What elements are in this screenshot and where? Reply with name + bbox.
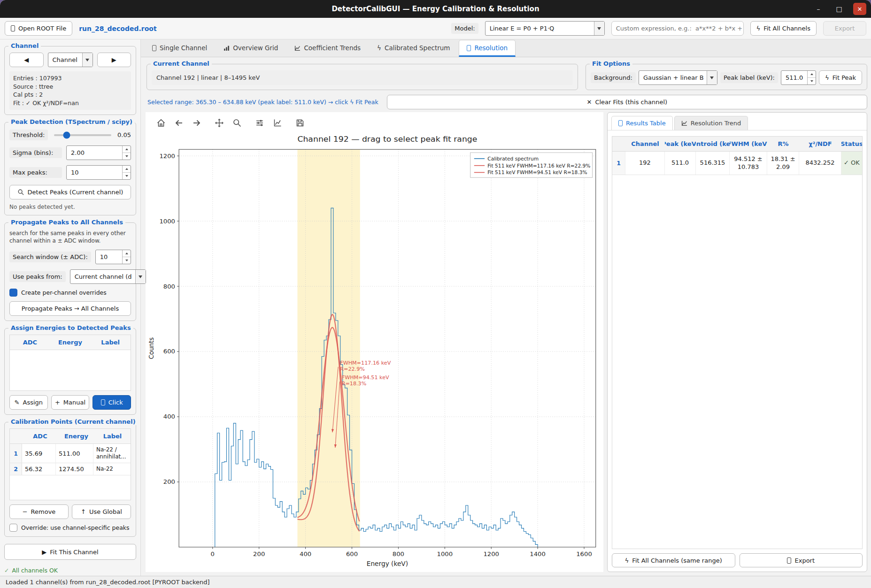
current-channel-group: Current Channel Channel 192 | linear | 8… — [146, 64, 578, 90]
click-button[interactable]: Click — [92, 395, 131, 410]
forward-button[interactable] — [189, 116, 204, 130]
col-r: R% — [767, 137, 799, 151]
app-window: DetectorCalibGUI — Energy Calibration & … — [0, 0, 871, 588]
tab-single-channel[interactable]: Single Channel — [145, 40, 215, 57]
home-button[interactable] — [153, 116, 169, 130]
up-arrow-icon: ↑ — [81, 508, 86, 515]
spinner-arrows-icon[interactable] — [122, 166, 131, 179]
svg-text:600: 600 — [346, 550, 358, 557]
open-root-file-label: Open ROOT File — [18, 25, 66, 32]
svg-text:1400: 1400 — [530, 550, 546, 557]
channel-combo[interactable]: Channel — [48, 53, 93, 67]
fit-options-group: Fit Options Background: Gaussian + linea… — [586, 64, 867, 90]
fit-options-title: Fit Options — [590, 60, 632, 67]
per-channel-overrides-checkbox[interactable] — [9, 289, 17, 297]
open-root-file-button[interactable]: Open ROOT File — [5, 21, 72, 36]
remove-point-button[interactable]: − Remove — [9, 504, 69, 519]
next-channel-button[interactable]: ▶ — [97, 53, 131, 67]
model-combo[interactable]: Linear E = P0 + P1·Q — [485, 21, 605, 36]
model-combo-value: Linear E = P0 + P1·Q — [490, 25, 591, 32]
tab-resolution-trend[interactable]: Resolution Trend — [674, 116, 748, 130]
svg-text:600: 600 — [163, 348, 175, 355]
tab-calibrated-spectrum[interactable]: ϟ Calibrated Spectrum — [370, 40, 457, 57]
maximize-button[interactable]: □ — [832, 3, 846, 15]
plus-icon: + — [55, 399, 60, 406]
detect-peaks-button[interactable]: Detect Peaks (Current channel) — [9, 185, 131, 199]
tab-overview-grid[interactable]: Overview Grid — [216, 40, 285, 57]
fit-all-channels-label: Fit All Channels — [763, 25, 810, 32]
save-button[interactable] — [292, 116, 308, 130]
background-value: Gaussian + linear BG — [643, 74, 703, 81]
threshold-slider[interactable] — [54, 134, 111, 136]
peak-label-spinbox[interactable]: 511.0 — [781, 70, 816, 85]
tab-coefficient-trends[interactable]: Coefficient Trends — [287, 40, 368, 57]
close-button[interactable]: ✕ — [853, 3, 866, 15]
override-checkbox[interactable] — [9, 524, 17, 532]
trend-line-icon — [294, 45, 301, 51]
spinner-arrows-icon[interactable] — [122, 146, 131, 160]
clear-fits-button[interactable]: ✕ Clear Fits (this channel) — [387, 95, 867, 109]
table-icon — [618, 120, 623, 126]
svg-text:0: 0 — [211, 550, 215, 557]
use-peaks-from-combo[interactable]: Current channel (d — [70, 269, 146, 284]
remove-label: Remove — [31, 508, 56, 515]
assign-button[interactable]: ✎ Assign — [9, 395, 48, 410]
propagate-peaks-button[interactable]: Propagate Peaks → All Channels — [9, 301, 131, 316]
sigma-label: Sigma (bins): — [9, 147, 62, 158]
save-floppy-icon — [295, 118, 305, 128]
col-status: Status — [841, 137, 862, 151]
arrow-left-icon — [174, 118, 184, 128]
tab-resolution[interactable]: Resolution — [459, 40, 516, 57]
use-global-button[interactable]: ↑ Use Global — [72, 504, 131, 519]
max-peaks-spinbox[interactable]: 10 — [66, 165, 131, 180]
manual-button[interactable]: + Manual — [51, 395, 90, 410]
check-icon: ✓ — [4, 567, 9, 574]
threshold-label: Threshold: — [9, 130, 48, 140]
fit-all-same-range-label: Fit All Channels (same range) — [632, 557, 722, 564]
fit-peak-button[interactable]: ϟ Fit Peak — [819, 70, 862, 85]
zoom-button[interactable] — [229, 116, 245, 130]
pan-button[interactable] — [211, 116, 227, 130]
home-icon — [156, 118, 166, 128]
fit-all-channels-button[interactable]: ϟ Fit All Channels — [750, 21, 817, 36]
assign-energies-title: Assign Energies to Detected Peaks — [8, 324, 133, 331]
fit-this-channel-button[interactable]: ▶ Fit This Channel — [4, 544, 136, 560]
spinner-arrows-icon[interactable] — [807, 71, 816, 84]
chevron-down-icon — [135, 270, 146, 283]
search-window-spinbox[interactable]: 10 — [95, 250, 131, 264]
subplots-button[interactable] — [252, 116, 267, 130]
threshold-slider-handle[interactable] — [63, 131, 70, 138]
main-area: Single Channel Overview Grid Coefficient… — [141, 39, 871, 576]
svg-text:Channel 192 — drag to select: Channel 192 — drag to select peak fit ra… — [297, 134, 477, 144]
all-channels-ok-status: ✓ All channels OK — [4, 567, 136, 574]
background-combo[interactable]: Gaussian + linear BG — [639, 70, 717, 85]
back-button[interactable] — [171, 116, 186, 130]
customize-button[interactable] — [270, 116, 285, 130]
export-results-button[interactable]: Export — [740, 553, 863, 567]
prev-channel-button[interactable]: ◀ — [9, 53, 44, 67]
sliders-icon — [255, 118, 264, 128]
custom-expression-input[interactable] — [611, 21, 744, 36]
col-label: Label — [90, 335, 131, 350]
svg-text:800: 800 — [163, 283, 175, 290]
fit-all-same-range-button[interactable]: ϟ Fit All Channels (same range) — [612, 553, 735, 567]
results-row[interactable]: 1 192 511.0 516.315 94.512 ± 10.783 18.3… — [612, 152, 862, 175]
export-results-label: Export — [794, 557, 815, 564]
minimize-button[interactable]: – — [812, 3, 825, 15]
col-centroid: Centroid (keV) — [696, 137, 730, 151]
export-button[interactable]: Export — [823, 21, 866, 36]
tab-results-table[interactable]: Results Table — [611, 116, 673, 130]
calibration-row[interactable]: 1 35.69 511.00 Na-22 / annihilat... — [10, 444, 131, 463]
results-panel: Results Table Resolution Trend — [607, 112, 867, 572]
detected-peaks-header: ADC Energy Label — [10, 335, 131, 350]
sigma-spinbox[interactable]: 2.00 — [66, 145, 131, 160]
peak-detection-title: Peak Detection (TSpectrum / scipy) — [8, 118, 135, 125]
left-sidebar: Channel ◀ Channel ▶ Entries : 107993 Sou… — [0, 39, 141, 576]
per-channel-overrides-label: Create per-channel overrides — [21, 289, 107, 296]
svg-text:400: 400 — [300, 550, 311, 557]
detect-peaks-label: Detect Peaks (Current channel) — [28, 189, 123, 196]
calibration-row[interactable]: 2 56.32 1274.50 Na-22 — [10, 463, 131, 475]
spectrum-chart[interactable]: 0200400600800100012001400160020040060080… — [146, 130, 603, 572]
use-peaks-from-value: Current channel (d — [75, 273, 132, 280]
spinner-arrows-icon[interactable] — [122, 250, 131, 264]
